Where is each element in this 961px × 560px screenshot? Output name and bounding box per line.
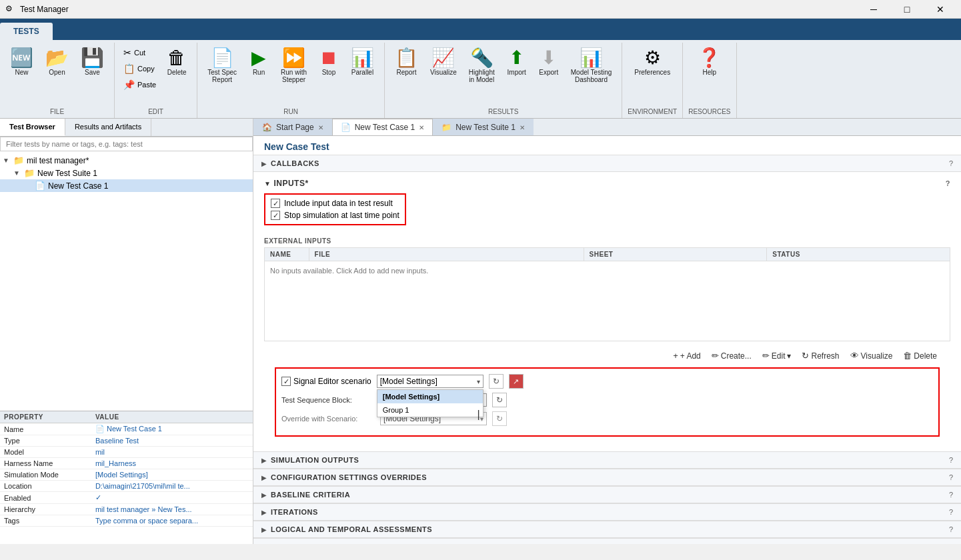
external-inputs-table: NAME FILE SHEET STATUS No inputs availab… [264, 247, 950, 341]
delete-button[interactable]: 🗑 Delete [162, 45, 191, 79]
test-spec-report-button[interactable]: 📄 Test SpecReport [203, 45, 241, 87]
callbacks-header[interactable]: ▶ CALLBACKS ? [253, 155, 961, 172]
filter-input[interactable] [0, 137, 253, 151]
test-spec-label: Test SpecReport [207, 69, 237, 83]
iterations-header[interactable]: ▶ ITERATIONS ? [253, 504, 961, 521]
iterations-help[interactable]: ? [949, 508, 953, 516]
minimize-button[interactable]: ─ [858, 0, 889, 19]
prop-name-cell: Hierarchy [0, 504, 91, 515]
report-icon: 📋 [395, 49, 418, 67]
prop-name-cell: Tags [0, 515, 91, 527]
test-browser-tab[interactable]: Test Browser [0, 119, 65, 136]
dropdown-group1[interactable]: Group 1 [377, 403, 483, 417]
import-button[interactable]: ⬆ Import [502, 45, 532, 79]
test-seq-refresh[interactable]: ↻ [492, 393, 507, 407]
start-page-close[interactable]: ✕ [318, 124, 323, 131]
external-inputs-label: EXTERNAL INPUTS [264, 237, 950, 245]
edit-button[interactable]: ✏ Edit ▾ [760, 349, 794, 362]
refresh-button[interactable]: ↻ Refresh [799, 349, 842, 362]
new-label: New [15, 69, 28, 76]
suite-arrow: ▼ [13, 169, 24, 177]
custom-help[interactable]: ? [949, 543, 953, 544]
property-row: Enabled✓ [0, 492, 253, 504]
prop-value-cell: [Model Settings] [91, 469, 253, 481]
tests-tab[interactable]: TESTS [0, 23, 53, 40]
new-test-case-close[interactable]: ✕ [419, 124, 424, 131]
override-refresh[interactable]: ↻ [492, 411, 507, 426]
import-icon: ⬆ [509, 49, 524, 67]
highlight-in-model-button[interactable]: 🔦 Highlightin Model [464, 45, 500, 87]
config-help[interactable]: ? [949, 473, 953, 481]
run-stepper-icon: ⏩ [282, 49, 305, 67]
config-settings-header[interactable]: ▶ CONFIGURATION SETTINGS OVERRIDES ? [253, 469, 961, 486]
sim-outputs-help[interactable]: ? [949, 456, 953, 464]
highlight-icon: 🔦 [470, 49, 494, 67]
signal-editor-dropdown[interactable]: [Model Settings] ▾ [377, 375, 484, 388]
copy-label: Copy [137, 65, 155, 73]
custom-title: CUSTOM CRITERIA [271, 543, 344, 544]
close-button[interactable]: ✕ [925, 0, 956, 19]
callbacks-help[interactable]: ? [949, 159, 953, 167]
inputs-help[interactable]: ? [946, 179, 950, 187]
file-group-label: FILE [50, 105, 64, 115]
testcase-arrow [24, 182, 35, 189]
paste-button[interactable]: 📌 Paste [120, 77, 159, 92]
run-button[interactable]: ▶ Run [244, 45, 273, 79]
save-button[interactable]: 💾 Save [76, 45, 109, 79]
signal-refresh-btn[interactable]: ↻ [489, 374, 504, 389]
report-button[interactable]: 📋 Report [390, 45, 423, 79]
logical-temporal-header[interactable]: ▶ LOGICAL AND TEMPORAL ASSESSMENTS ? [253, 521, 961, 538]
create-button[interactable]: ✏ Create... [709, 349, 754, 362]
baseline-help[interactable]: ? [949, 491, 953, 499]
tree-suite-1[interactable]: ▼ 📁 New Test Suite 1 [0, 167, 253, 179]
export-button[interactable]: ⬇ Export [534, 45, 564, 79]
logical-help[interactable]: ? [949, 525, 953, 533]
open-button[interactable]: 📂 Open [41, 45, 73, 79]
new-test-suite-tab[interactable]: 📁 New Test Suite 1 ✕ [433, 119, 534, 135]
new-button[interactable]: 🆕 New [5, 45, 38, 79]
dashboard-label: Model TestingDashboard [571, 69, 612, 83]
baseline-criteria-header[interactable]: ▶ BASELINE CRITERIA ? [253, 487, 961, 503]
prop-name-cell: Model [0, 447, 91, 458]
signal-editor-value: [Model Settings] [380, 377, 437, 386]
signal-link-btn[interactable]: ↗ [509, 374, 524, 389]
results-artifacts-tab[interactable]: Results and Artifacts [65, 119, 151, 136]
cut-button[interactable]: ✂ Cut [120, 45, 159, 60]
custom-criteria-header[interactable]: ▶ CUSTOM CRITERIA ? [253, 539, 961, 544]
visualize-button[interactable]: 👁 Visualize [848, 349, 896, 362]
copy-button[interactable]: 📋 Copy [120, 61, 159, 76]
parallel-button[interactable]: 📊 Parallel [346, 45, 379, 79]
add-label: + Add [680, 351, 701, 361]
visualize-button[interactable]: 📈 Visualize [425, 45, 461, 79]
simulation-outputs-header[interactable]: ▶ SIMULATION OUTPUTS ? [253, 452, 961, 469]
prop-name-cell: Name [0, 423, 91, 435]
test-sequence-label: Test Sequence Block: [281, 396, 375, 404]
add-button[interactable]: + + Add [670, 349, 704, 362]
signal-editor-checkbox[interactable] [281, 377, 291, 386]
preferences-button[interactable]: ⚙ Preferences [630, 45, 675, 79]
root-arrow: ▼ [3, 157, 13, 164]
stop-button[interactable]: ⏹ Stop [314, 45, 343, 79]
maximize-button[interactable]: □ [892, 0, 922, 19]
help-label: Help [703, 69, 717, 76]
include-input-data-checkbox[interactable] [271, 199, 280, 208]
tree-root[interactable]: ▼ 📁 mil test manager* [0, 154, 253, 167]
paste-icon: 📌 [123, 79, 135, 90]
del-icon: 🗑 [903, 351, 912, 361]
ribbon-group-edit: ✂ Cut 📋 Copy 📌 Paste 🗑 Delete EDIT [115, 43, 197, 118]
start-page-tab[interactable]: 🏠 Start Page ✕ [253, 119, 332, 135]
delete-toolbar-button[interactable]: 🗑 Delete [900, 349, 940, 362]
help-button[interactable]: ❓ Help [693, 45, 726, 79]
iterations-title: ITERATIONS [271, 508, 318, 516]
new-test-suite-close[interactable]: ✕ [520, 124, 525, 131]
property-row: Harness Namemil_Harness [0, 458, 253, 469]
model-testing-dashboard-button[interactable]: 📊 Model TestingDashboard [566, 45, 617, 87]
tree-testcase-1[interactable]: 📄 New Test Case 1 [0, 179, 253, 192]
simulation-outputs-section: ▶ SIMULATION OUTPUTS ? [253, 451, 961, 469]
run-with-stepper-button[interactable]: ⏩ Run withStepper [276, 45, 311, 87]
stop-simulation-checkbox[interactable] [271, 211, 280, 220]
run-group-label: RUN [283, 105, 298, 115]
new-test-case-tab[interactable]: 📄 New Test Case 1 ✕ [332, 119, 433, 135]
dropdown-model-settings[interactable]: [Model Settings] [377, 390, 483, 403]
property-panel: PROPERTY VALUE Name📄 New Test Case 1Type… [0, 411, 253, 544]
